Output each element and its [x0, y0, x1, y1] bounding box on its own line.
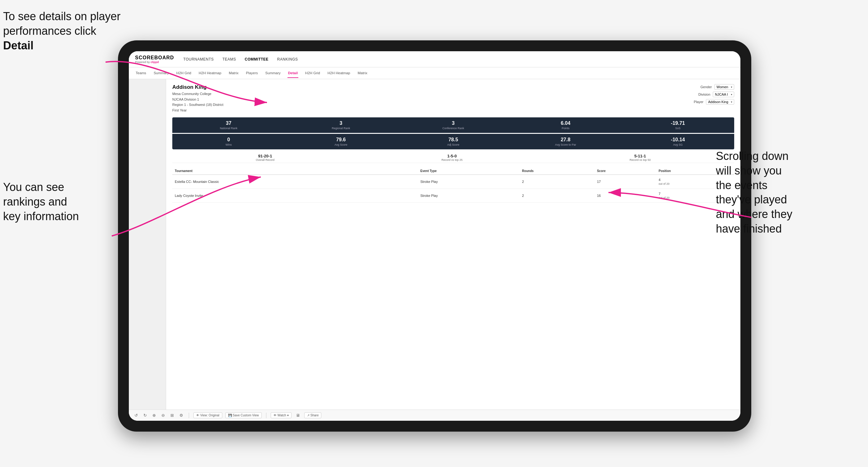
subnav-h2h-heatmap[interactable]: H2H Heatmap	[198, 69, 222, 78]
nav-tournaments[interactable]: TOURNAMENTS	[183, 57, 214, 61]
tournament-name-1: Estella CC- Mountain Classic	[172, 175, 395, 189]
nav-rankings[interactable]: RANKINGS	[277, 57, 298, 61]
tournament-table: Tournament Event Type Rounds Score Posit…	[172, 167, 734, 203]
subnav-summary[interactable]: Summary	[153, 69, 169, 78]
tournament-name-2: Lady Coyote Invite	[172, 189, 395, 203]
zoom-in-button[interactable]: ⊕	[151, 412, 157, 418]
top25-record-value: 1-5-0	[441, 154, 463, 158]
tablet-frame: SCOREBOARD Powered by clippd TOURNAMENTS…	[118, 40, 751, 432]
top50-record-label: Record vs top 50	[629, 158, 651, 161]
player-control-row: Player Addison King	[694, 99, 734, 105]
annotation-top-left: To see details on player performances cl…	[3, 9, 121, 53]
avg-score-label: Avg Score	[286, 143, 396, 146]
sos-label: SoS	[623, 127, 732, 130]
avg-sg-label: Avg SG	[623, 143, 732, 146]
settings-button[interactable]: ⚙	[178, 412, 184, 418]
regional-rank-label: Regional Rank	[286, 127, 396, 130]
stat-avg-sg: -10.14 Avg SG	[622, 134, 734, 149]
gender-select[interactable]: Women	[714, 84, 734, 90]
overall-record-label: Overall Record	[256, 158, 274, 161]
subnav-teams[interactable]: Teams	[135, 69, 147, 78]
records-row: 91-20-1 Overall Record 1-5-0 Record vs t…	[172, 152, 734, 163]
division-select[interactable]: NJCAA I	[713, 92, 734, 97]
col-tournament: Tournament	[172, 167, 395, 175]
player-region: Region 1 - Southwest (18) District	[172, 102, 223, 108]
stat-conference-rank: 3 Conference Rank	[398, 118, 509, 132]
watch-icon: 👁	[274, 413, 277, 417]
nav-links: TOURNAMENTS TEAMS COMMITTEE RANKINGS	[183, 57, 298, 61]
player-controls: Gender Women Division	[694, 84, 734, 113]
content-area: Addison King Mesa Community College NJCA…	[166, 79, 740, 410]
col-rounds: Rounds	[520, 167, 594, 175]
table-row: Lady Coyote Invite Stroke Play 2 16 7 ou…	[172, 189, 734, 203]
subnav-h2h-grid[interactable]: H2H Grid	[176, 69, 192, 78]
toolbar-sep-1	[189, 413, 189, 418]
player-label: Player	[694, 100, 704, 104]
adj-score-label: Adj Score	[399, 143, 508, 146]
subnav-players[interactable]: Players	[245, 69, 258, 78]
logo-area: SCOREBOARD Powered by clippd	[135, 55, 174, 64]
conference-rank-value: 3	[399, 121, 508, 126]
record-overall: 91-20-1 Overall Record	[256, 154, 274, 161]
wins-label: Wins	[174, 143, 283, 146]
rounds-2: 2	[520, 189, 594, 203]
stat-points: 6.04 Points	[510, 118, 621, 132]
grid-button[interactable]: ⊞	[169, 412, 175, 418]
conference-rank-label: Conference Rank	[399, 127, 508, 130]
screen-button[interactable]: 🖥	[294, 412, 301, 418]
player-info: Addison King Mesa Community College NJCA…	[172, 84, 223, 113]
national-rank-label: National Rank	[174, 127, 283, 130]
view-original-button[interactable]: 👁 View: Original	[193, 412, 222, 418]
subnav-matrix[interactable]: Matrix	[228, 69, 239, 78]
sub-nav: Teams Summary H2H Grid H2H Heatmap Matri…	[129, 67, 740, 79]
subnav-matrix2[interactable]: Matrix	[357, 69, 368, 78]
clippd-logo: clippd	[151, 61, 159, 64]
stat-avg-score-par: 27.8 Avg Score to Par	[510, 134, 621, 149]
gender-select-wrapper: Women	[714, 84, 734, 90]
record-top50: 5-11-1 Record vs top 50	[629, 154, 651, 161]
stat-national-rank: 37 National Rank	[173, 118, 284, 132]
stat-wins: 0 Wins	[173, 134, 284, 149]
save-custom-button[interactable]: 💾 Save Custom View	[225, 412, 262, 418]
stat-adj-score: 78.5 Adj Score	[398, 134, 509, 149]
zoom-out-button[interactable]: ⊖	[160, 412, 166, 418]
subnav-h2h-grid2[interactable]: H2H Grid	[305, 69, 321, 78]
undo-button[interactable]: ↺	[133, 412, 139, 418]
adj-score-value: 78.5	[399, 137, 508, 143]
left-sidebar	[129, 79, 166, 410]
save-icon: 💾	[228, 413, 232, 417]
player-division: NJCAA Division 1	[172, 97, 223, 102]
player-header: Addison King Mesa Community College NJCA…	[172, 84, 734, 113]
avg-sg-value: -10.14	[623, 137, 732, 143]
col-empty	[395, 167, 418, 175]
main-content: Addison King Mesa Community College NJCA…	[129, 79, 740, 410]
redo-button[interactable]: ↻	[142, 412, 148, 418]
avg-score-value: 79.6	[286, 137, 396, 143]
nav-teams[interactable]: TEAMS	[223, 57, 236, 61]
points-label: Points	[511, 127, 620, 130]
top50-record-value: 5-11-1	[629, 154, 651, 158]
subnav-summary2[interactable]: Summary	[265, 69, 281, 78]
subnav-detail[interactable]: Detail	[287, 69, 298, 78]
event-type-1: Stroke Play	[418, 175, 520, 189]
stat-sos: -19.71 SoS	[622, 118, 734, 132]
watch-button[interactable]: 👁 Watch ▾	[271, 412, 291, 418]
col-event-type: Event Type	[418, 167, 520, 175]
sos-value: -19.71	[623, 121, 732, 126]
player-select[interactable]: Addison King	[706, 99, 734, 105]
score-2: 16	[594, 189, 656, 203]
subnav-h2h-heatmap2[interactable]: H2H Heatmap	[327, 69, 351, 78]
record-top25: 1-5-0 Record vs top 25	[441, 154, 463, 161]
annotation-bottom-left: You can see rankings and key information	[3, 180, 121, 224]
division-select-wrapper: NJCAA I	[713, 92, 734, 97]
tournament-empty-1	[395, 175, 418, 189]
top-nav: SCOREBOARD Powered by clippd TOURNAMENTS…	[129, 51, 740, 67]
share-button[interactable]: ↗ Share	[304, 412, 321, 418]
tablet-screen: SCOREBOARD Powered by clippd TOURNAMENTS…	[129, 51, 740, 421]
logo-powered: Powered by clippd	[135, 61, 174, 64]
gender-control-row: Gender Women	[700, 84, 734, 90]
nav-committee[interactable]: COMMITTEE	[245, 57, 269, 61]
avg-score-par-value: 27.8	[511, 137, 620, 143]
overall-record-value: 91-20-1	[256, 154, 274, 158]
stat-avg-score: 79.6 Avg Score	[285, 134, 397, 149]
